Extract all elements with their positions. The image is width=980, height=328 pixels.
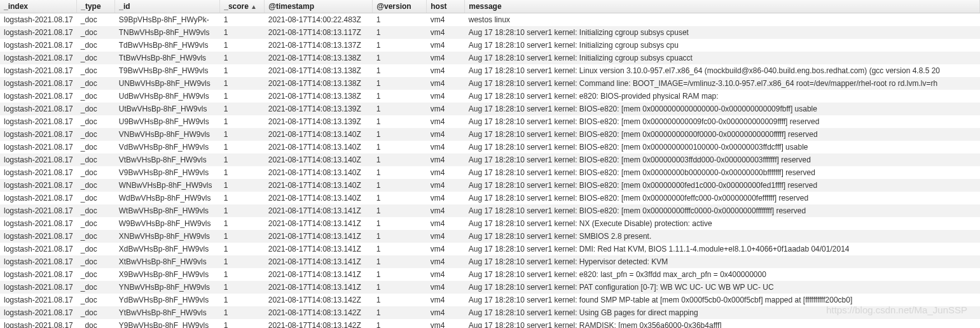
column-header-host[interactable]: host <box>427 0 465 13</box>
cell-version: 1 <box>373 103 427 115</box>
cell-host: vm4 <box>427 26 465 39</box>
cell-host: vm4 <box>427 39 465 52</box>
cell-score: 1 <box>220 217 265 230</box>
table-row[interactable]: logstash-2021.08.17_docUdBwVHsBp-8hF_HW9… <box>0 90 980 103</box>
cell-message: westos linux <box>465 13 980 27</box>
cell-message: Aug 17 18:28:10 server1 kernel: Initiali… <box>465 26 980 39</box>
cell-host: vm4 <box>427 217 465 230</box>
column-header-timestamp[interactable]: @timestamp <box>265 0 373 13</box>
cell-ts: 2021-08-17T14:08:13.137Z <box>265 39 373 52</box>
cell-ts: 2021-08-17T14:08:13.139Z <box>265 115 373 128</box>
cell-version: 1 <box>373 39 427 52</box>
column-header-index[interactable]: _index <box>0 0 77 13</box>
cell-id: YdBwVHsBp-8hF_HW9vls <box>115 294 220 306</box>
cell-ts: 2021-08-17T14:08:13.140Z <box>265 179 373 192</box>
table-row[interactable]: logstash-2021.08.17_docXNBwVHsBp-8hF_HW9… <box>0 230 980 243</box>
cell-version: 1 <box>373 319 427 328</box>
cell-id: WNBwVHsBp-8hF_HW9vls <box>115 179 220 192</box>
cell-host: vm4 <box>427 255 465 268</box>
table-row[interactable]: logstash-2021.08.17_docS9BpVHsBp-8hF_HWy… <box>0 13 980 27</box>
cell-id: UNBwVHsBp-8hF_HW9vls <box>115 77 220 90</box>
cell-message: Aug 17 18:28:10 server1 kernel: Command … <box>465 77 980 90</box>
cell-type: _doc <box>77 319 115 328</box>
cell-score: 1 <box>220 77 265 90</box>
cell-message: Aug 17 18:28:10 server1 kernel: Initiali… <box>465 39 980 52</box>
cell-type: _doc <box>77 255 115 268</box>
cell-host: vm4 <box>427 166 465 179</box>
cell-version: 1 <box>373 13 427 27</box>
cell-id: YtBwVHsBp-8hF_HW9vls <box>115 306 220 319</box>
cell-id: VNBwVHsBp-8hF_HW9vls <box>115 128 220 141</box>
cell-host: vm4 <box>427 268 465 281</box>
table-row[interactable]: logstash-2021.08.17_docWNBwVHsBp-8hF_HW9… <box>0 179 980 192</box>
table-row[interactable]: logstash-2021.08.17_docXdBwVHsBp-8hF_HW9… <box>0 243 980 255</box>
cell-type: _doc <box>77 153 115 166</box>
cell-host: vm4 <box>427 141 465 153</box>
cell-id: V9BwVHsBp-8hF_HW9vls <box>115 166 220 179</box>
cell-version: 1 <box>373 179 427 192</box>
table-row[interactable]: logstash-2021.08.17_docTNBwVHsBp-8hF_HW9… <box>0 26 980 39</box>
cell-host: vm4 <box>427 115 465 128</box>
table-row[interactable]: logstash-2021.08.17_docVdBwVHsBp-8hF_HW9… <box>0 141 980 153</box>
cell-index: logstash-2021.08.17 <box>0 26 77 39</box>
cell-index: logstash-2021.08.17 <box>0 179 77 192</box>
cell-host: vm4 <box>427 204 465 217</box>
table-row[interactable]: logstash-2021.08.17_docVtBwVHsBp-8hF_HW9… <box>0 153 980 166</box>
table-row[interactable]: logstash-2021.08.17_docVNBwVHsBp-8hF_HW9… <box>0 128 980 141</box>
cell-message: Aug 17 18:28:10 server1 kernel: BIOS-e82… <box>465 103 980 115</box>
cell-ts: 2021-08-17T14:08:13.140Z <box>265 141 373 153</box>
table-row[interactable]: logstash-2021.08.17_docYtBwVHsBp-8hF_HW9… <box>0 306 980 319</box>
table-row[interactable]: logstash-2021.08.17_docXtBwVHsBp-8hF_HW9… <box>0 255 980 268</box>
cell-message: Aug 17 18:28:10 server1 kernel: PAT conf… <box>465 281 980 294</box>
cell-id: XNBwVHsBp-8hF_HW9vls <box>115 230 220 243</box>
cell-type: _doc <box>77 243 115 255</box>
column-header-score[interactable]: _score▲ <box>220 0 265 13</box>
cell-version: 1 <box>373 217 427 230</box>
table-row[interactable]: logstash-2021.08.17_docUtBwVHsBp-8hF_HW9… <box>0 103 980 115</box>
cell-score: 1 <box>220 243 265 255</box>
cell-version: 1 <box>373 141 427 153</box>
cell-id: TNBwVHsBp-8hF_HW9vls <box>115 26 220 39</box>
cell-version: 1 <box>373 90 427 103</box>
cell-index: logstash-2021.08.17 <box>0 319 77 328</box>
cell-score: 1 <box>220 153 265 166</box>
table-row[interactable]: logstash-2021.08.17_docW9BwVHsBp-8hF_HW9… <box>0 217 980 230</box>
cell-host: vm4 <box>427 52 465 64</box>
cell-message: Aug 17 18:28:10 server1 kernel: e820: BI… <box>465 90 980 103</box>
table-row[interactable]: logstash-2021.08.17_docX9BwVHsBp-8hF_HW9… <box>0 268 980 281</box>
cell-type: _doc <box>77 204 115 217</box>
cell-ts: 2021-08-17T14:08:13.138Z <box>265 90 373 103</box>
table-row[interactable]: logstash-2021.08.17_docWdBwVHsBp-8hF_HW9… <box>0 192 980 204</box>
cell-type: _doc <box>77 306 115 319</box>
column-header-message[interactable]: message <box>465 0 980 13</box>
cell-id: Y9BwVHsBp-8hF_HW9vls <box>115 319 220 328</box>
column-header-type[interactable]: _type <box>77 0 115 13</box>
cell-type: _doc <box>77 90 115 103</box>
cell-ts: 2021-08-17T14:08:13.138Z <box>265 64 373 77</box>
cell-type: _doc <box>77 13 115 27</box>
cell-index: logstash-2021.08.17 <box>0 115 77 128</box>
cell-score: 1 <box>220 52 265 64</box>
cell-message: Aug 17 18:28:10 server1 kernel: Hypervis… <box>465 255 980 268</box>
table-row[interactable]: logstash-2021.08.17_docY9BwVHsBp-8hF_HW9… <box>0 319 980 328</box>
cell-id: WtBwVHsBp-8hF_HW9vls <box>115 204 220 217</box>
cell-id: UdBwVHsBp-8hF_HW9vls <box>115 90 220 103</box>
table-row[interactable]: logstash-2021.08.17_docT9BwVHsBp-8hF_HW9… <box>0 64 980 77</box>
table-row[interactable]: logstash-2021.08.17_docUNBwVHsBp-8hF_HW9… <box>0 77 980 90</box>
cell-score: 1 <box>220 26 265 39</box>
table-row[interactable]: logstash-2021.08.17_docU9BwVHsBp-8hF_HW9… <box>0 115 980 128</box>
table-row[interactable]: logstash-2021.08.17_docYNBwVHsBp-8hF_HW9… <box>0 281 980 294</box>
table-row[interactable]: logstash-2021.08.17_docTdBwVHsBp-8hF_HW9… <box>0 39 980 52</box>
table-row[interactable]: logstash-2021.08.17_docYdBwVHsBp-8hF_HW9… <box>0 294 980 306</box>
table-row[interactable]: logstash-2021.08.17_docWtBwVHsBp-8hF_HW9… <box>0 204 980 217</box>
column-header-id[interactable]: _id <box>115 0 220 13</box>
cell-index: logstash-2021.08.17 <box>0 77 77 90</box>
table-row[interactable]: logstash-2021.08.17_docV9BwVHsBp-8hF_HW9… <box>0 166 980 179</box>
table-row[interactable]: logstash-2021.08.17_docTtBwVHsBp-8hF_HW9… <box>0 52 980 64</box>
cell-score: 1 <box>220 141 265 153</box>
cell-type: _doc <box>77 52 115 64</box>
cell-score: 1 <box>220 192 265 204</box>
cell-index: logstash-2021.08.17 <box>0 268 77 281</box>
cell-index: logstash-2021.08.17 <box>0 153 77 166</box>
column-header-version[interactable]: @version <box>373 0 427 13</box>
